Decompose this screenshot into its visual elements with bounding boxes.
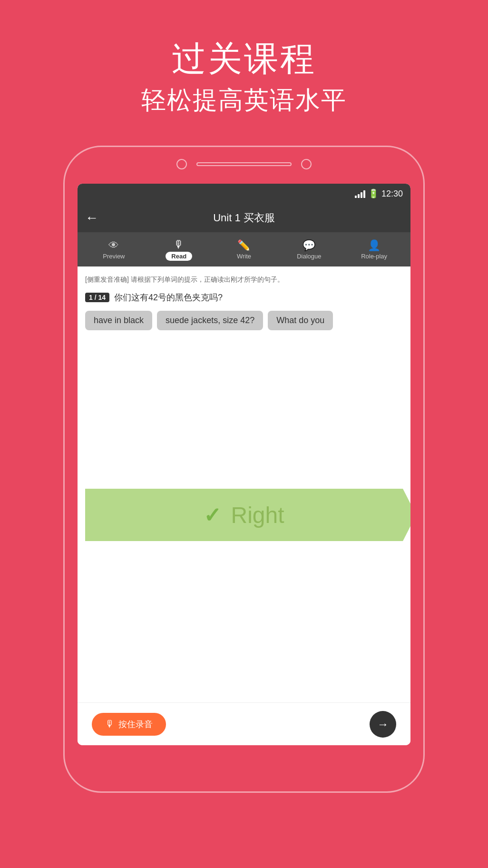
tab-read[interactable]: 🎙 Read bbox=[146, 238, 212, 261]
record-button-text: 按住录音 bbox=[118, 719, 153, 730]
word-chip-0[interactable]: have in black bbox=[85, 311, 152, 330]
right-text: Right bbox=[231, 502, 284, 528]
dialogue-icon: 💬 bbox=[303, 239, 315, 252]
tab-roleplay[interactable]: 👤 Role-play bbox=[342, 239, 407, 260]
phone-camera bbox=[176, 159, 187, 169]
phone-speaker bbox=[196, 162, 292, 166]
sentence-text: 你们这有42号的黑色夹克吗? bbox=[114, 292, 223, 303]
instruction-text: [侧重发音准确] 请根据下列单词的提示，正确读出刚才所学的句子。 bbox=[85, 274, 403, 285]
read-active-bg: Read bbox=[166, 252, 192, 261]
word-chips: have in black suede jackets, size 42? Wh… bbox=[85, 311, 403, 330]
phone-camera-right bbox=[301, 159, 312, 169]
next-arrow-icon: → bbox=[377, 718, 389, 731]
nav-tabs: 👁 Preview 🎙 Read ✏️ Write 💬 Dialogue 👤 R… bbox=[78, 232, 410, 266]
signal-bars-icon bbox=[355, 189, 365, 198]
sentence-counter-row: 1 / 14 你们这有42号的黑色夹克吗? bbox=[85, 292, 403, 303]
tab-read-label: Read bbox=[171, 253, 186, 260]
tab-roleplay-label: Role-play bbox=[361, 253, 387, 260]
phone-top-bar bbox=[176, 159, 312, 169]
preview-icon: 👁 bbox=[108, 239, 119, 252]
signal-bar-1 bbox=[355, 196, 357, 198]
app-header-title: Unit 1 买衣服 bbox=[103, 211, 385, 225]
right-banner-area: ✓ Right bbox=[85, 337, 403, 703]
back-button[interactable]: ← bbox=[85, 210, 98, 226]
word-chip-2[interactable]: What do you bbox=[268, 311, 333, 330]
status-time: 12:30 bbox=[381, 189, 403, 199]
next-button[interactable]: → bbox=[370, 711, 396, 738]
content-area: [侧重发音准确] 请根据下列单词的提示，正确读出刚才所学的句子。 1 / 14 … bbox=[78, 266, 410, 702]
app-header: ← Unit 1 买衣服 bbox=[78, 204, 410, 232]
page-title-main: 过关课程 bbox=[141, 38, 347, 79]
bottom-bar: 🎙 按住录音 → bbox=[78, 702, 410, 745]
tab-dialogue-label: Dialogue bbox=[297, 253, 321, 260]
read-icon: 🎙 bbox=[174, 238, 184, 251]
page-title-sub: 轻松提高英语水平 bbox=[141, 84, 347, 117]
signal-bar-4 bbox=[363, 190, 365, 198]
battery-icon: 🔋 bbox=[368, 188, 379, 199]
tab-write-label: Write bbox=[237, 253, 251, 260]
word-chip-1[interactable]: suede jackets, size 42? bbox=[157, 311, 263, 330]
page-title-section: 过关课程 轻松提高英语水平 bbox=[141, 38, 347, 117]
roleplay-icon: 👤 bbox=[368, 239, 381, 252]
mic-icon: 🎙 bbox=[105, 719, 115, 730]
checkmark-icon: ✓ bbox=[204, 503, 221, 527]
signal-bar-2 bbox=[358, 194, 360, 198]
sentence-counter-badge: 1 / 14 bbox=[85, 293, 109, 302]
write-icon: ✏️ bbox=[237, 239, 250, 252]
phone-screen: 🔋 12:30 ← Unit 1 买衣服 👁 Preview 🎙 Read ✏️ bbox=[78, 184, 410, 745]
tab-write[interactable]: ✏️ Write bbox=[212, 239, 277, 260]
right-banner: ✓ Right bbox=[85, 489, 403, 541]
status-icons: 🔋 12:30 bbox=[355, 188, 403, 199]
record-button[interactable]: 🎙 按住录音 bbox=[92, 713, 166, 736]
phone-mockup: 🔋 12:30 ← Unit 1 买衣服 👁 Preview 🎙 Read ✏️ bbox=[63, 146, 425, 793]
tab-dialogue[interactable]: 💬 Dialogue bbox=[276, 239, 342, 260]
tab-preview-label: Preview bbox=[103, 253, 125, 260]
status-bar: 🔋 12:30 bbox=[78, 184, 410, 204]
tab-preview[interactable]: 👁 Preview bbox=[81, 239, 146, 260]
signal-bar-3 bbox=[361, 192, 362, 198]
